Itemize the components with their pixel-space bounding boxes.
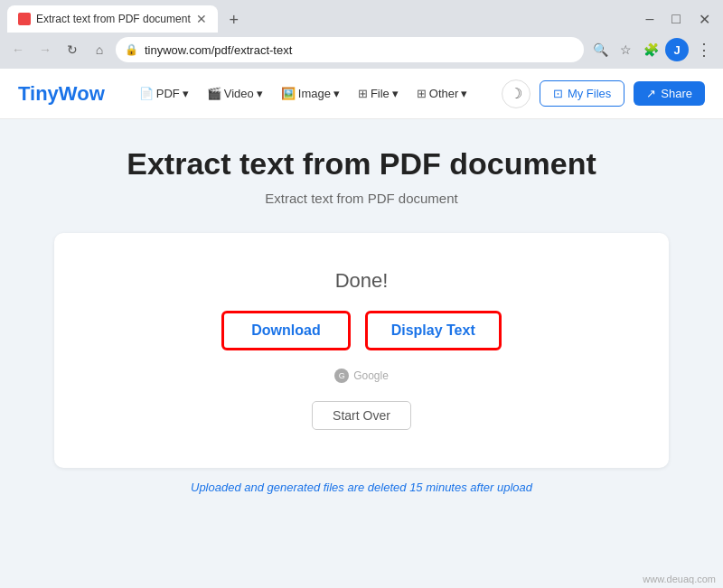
file-chevron-icon: ▾ (392, 87, 399, 100)
page-title: Extract text from PDF document (127, 146, 596, 182)
footer-note: Uploaded and generated files are deleted… (191, 468, 532, 501)
nav-file-label: File (371, 87, 390, 100)
pdf-icon: 📄 (139, 87, 154, 100)
window-controls: – □ ✕ (640, 9, 716, 30)
address-bar-row: ← → ↻ ⌂ 🔒 🔍 ☆ 🧩 J ⋮ (0, 33, 723, 69)
search-icon[interactable]: 🔍 (589, 39, 611, 61)
other-chevron-icon: ▾ (461, 87, 467, 100)
start-over-button[interactable]: Start Over (312, 401, 411, 430)
tool-card: Done! Download Display Text G Google Sta… (54, 233, 669, 468)
display-text-button[interactable]: Display Text (365, 311, 502, 350)
address-actions: 🔍 ☆ 🧩 J ⋮ (589, 38, 716, 61)
nav-item-other[interactable]: ⊞ Other ▾ (409, 81, 475, 106)
bookmark-icon[interactable]: ☆ (615, 39, 636, 61)
nav-image-label: Image (298, 87, 331, 100)
google-badge: G Google (334, 369, 389, 383)
page-content: TinyWow 📄 PDF ▾ 🎬 Video ▾ 🖼️ Image ▾ ⊞ F… (0, 69, 723, 553)
browser-chrome: Extract text from PDF document ✕ + – □ ✕… (0, 0, 723, 69)
maximize-button[interactable]: □ (666, 9, 686, 29)
brand-wow: Wow (59, 82, 105, 105)
dark-mode-button[interactable]: ☽ (502, 79, 531, 108)
site-credit: www.deuaq.com (643, 574, 716, 584)
nav-menu: 📄 PDF ▾ 🎬 Video ▾ 🖼️ Image ▾ ⊞ File ▾ ⊞ (132, 81, 484, 106)
share-button[interactable]: ↗ Share (634, 81, 705, 106)
nav-item-video[interactable]: 🎬 Video ▾ (200, 81, 270, 106)
address-input[interactable] (116, 37, 584, 62)
nav-other-label: Other (429, 87, 459, 100)
title-bar: Extract text from PDF document ✕ + – □ ✕ (0, 0, 723, 33)
image-icon: 🖼️ (281, 87, 296, 100)
forward-button[interactable]: → (34, 39, 56, 61)
tab-title: Extract text from PDF document (36, 13, 191, 25)
address-wrapper: 🔒 (116, 37, 584, 62)
share-icon: ↗ (646, 87, 656, 100)
brand-tiny: Tiny (18, 82, 59, 105)
lock-icon: 🔒 (125, 43, 138, 56)
my-files-icon: ⊡ (553, 87, 563, 100)
share-label: Share (661, 87, 692, 100)
google-label: Google (353, 369, 389, 382)
brand-logo[interactable]: TinyWow (18, 82, 105, 106)
nav-pdf-label: PDF (156, 87, 180, 100)
page-subtitle: Extract text from PDF document (265, 191, 457, 206)
menu-button[interactable]: ⋮ (692, 38, 716, 61)
google-icon: G (334, 369, 349, 383)
file-icon: ⊞ (358, 87, 368, 100)
pdf-chevron-icon: ▾ (183, 87, 189, 100)
video-chevron-icon: ▾ (257, 87, 263, 100)
profile-button[interactable]: J (665, 38, 689, 61)
other-icon: ⊞ (417, 87, 427, 100)
back-button[interactable]: ← (7, 39, 29, 61)
nav-item-pdf[interactable]: 📄 PDF ▾ (132, 81, 196, 106)
tab-favicon (18, 13, 31, 25)
action-buttons: Download Display Text (221, 311, 502, 350)
close-button[interactable]: ✕ (693, 9, 716, 30)
nav-right: ☽ ⊡ My Files ↗ Share (502, 79, 705, 108)
home-button[interactable]: ⌂ (89, 39, 110, 61)
nav-item-image[interactable]: 🖼️ Image ▾ (274, 81, 347, 106)
done-text: Done! (335, 269, 389, 293)
download-button[interactable]: Download (221, 311, 350, 350)
extensions-icon[interactable]: 🧩 (640, 39, 662, 61)
video-icon: 🎬 (207, 87, 221, 100)
nav-item-file[interactable]: ⊞ File ▾ (351, 81, 406, 106)
nav-video-label: Video (224, 87, 254, 100)
navbar: TinyWow 📄 PDF ▾ 🎬 Video ▾ 🖼️ Image ▾ ⊞ F… (0, 69, 723, 119)
tab-bar: Extract text from PDF document ✕ + (7, 5, 247, 33)
image-chevron-icon: ▾ (333, 87, 340, 100)
my-files-label: My Files (568, 87, 611, 100)
new-tab-button[interactable]: + (221, 7, 247, 33)
my-files-button[interactable]: ⊡ My Files (540, 80, 624, 107)
tab-close-button[interactable]: ✕ (196, 13, 207, 25)
refresh-button[interactable]: ↻ (61, 39, 83, 61)
main-area: Extract text from PDF document Extract t… (0, 119, 723, 553)
active-tab[interactable]: Extract text from PDF document ✕ (7, 5, 218, 33)
minimize-button[interactable]: – (640, 9, 659, 29)
